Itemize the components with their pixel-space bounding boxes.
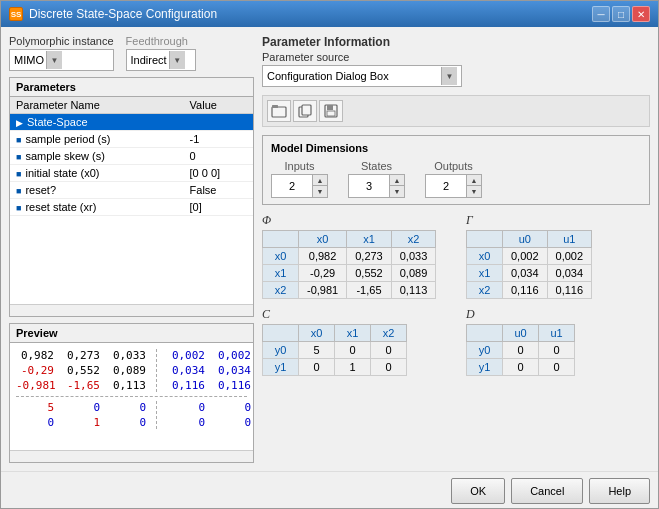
matrix-cell[interactable]: 5 bbox=[299, 342, 335, 359]
outputs-spinner[interactable]: ▲ ▼ bbox=[425, 174, 482, 198]
matrix-header-cell: x2 bbox=[391, 231, 436, 248]
toolbar-btn-1[interactable] bbox=[267, 100, 291, 122]
param-source-select[interactable]: Configuration Dialog Box ▼ bbox=[262, 65, 462, 87]
param-value bbox=[184, 114, 253, 131]
svg-rect-6 bbox=[327, 111, 335, 116]
matrix-cell[interactable]: 0,982 bbox=[299, 248, 347, 265]
matrix-cell[interactable]: x2 bbox=[263, 282, 299, 299]
minimize-button[interactable]: ─ bbox=[592, 6, 610, 22]
list-item: 50000 bbox=[16, 401, 247, 414]
matrix-cell[interactable]: 0,116 bbox=[547, 282, 592, 299]
inputs-spinner[interactable]: ▲ ▼ bbox=[271, 174, 328, 198]
param-col-name: Parameter Name bbox=[10, 97, 184, 114]
polymorphic-select[interactable]: MIMO ▼ bbox=[9, 49, 114, 71]
matrix-cell[interactable]: 0 bbox=[539, 359, 575, 376]
matrix-cell[interactable]: y0 bbox=[263, 342, 299, 359]
matrix-cell[interactable]: 0,113 bbox=[391, 282, 436, 299]
feedthrough-label: Feedthrough bbox=[126, 35, 196, 47]
matrix-cell[interactable]: 0 bbox=[539, 342, 575, 359]
matrix-header-cell bbox=[263, 325, 299, 342]
matrix-cell[interactable]: 0 bbox=[371, 342, 407, 359]
d-label: D bbox=[466, 307, 650, 322]
matrix-cell[interactable]: x2 bbox=[467, 282, 503, 299]
preview-cell: 0,552 bbox=[62, 364, 100, 377]
toolbar-btn-3[interactable] bbox=[319, 100, 343, 122]
matrix-cell[interactable]: y0 bbox=[467, 342, 503, 359]
preview-cell: 0,113 bbox=[108, 379, 146, 392]
states-up[interactable]: ▲ bbox=[390, 175, 404, 186]
preview-cell: 0,273 bbox=[62, 349, 100, 362]
matrix-cell[interactable]: 0,034 bbox=[547, 265, 592, 282]
param-source-arrow[interactable]: ▼ bbox=[441, 67, 457, 85]
c-table: x0x1x2y0500y1010 bbox=[262, 324, 407, 376]
param-info-header: Parameter Information bbox=[262, 35, 650, 49]
svg-rect-3 bbox=[302, 105, 311, 115]
matrix-header-cell: x0 bbox=[299, 231, 347, 248]
inputs-up[interactable]: ▲ bbox=[313, 175, 327, 186]
param-value: [0] bbox=[184, 199, 253, 216]
cancel-button[interactable]: Cancel bbox=[511, 478, 583, 504]
matrix-cell[interactable]: -0,29 bbox=[299, 265, 347, 282]
outputs-down[interactable]: ▼ bbox=[467, 186, 481, 197]
ok-button[interactable]: OK bbox=[451, 478, 505, 504]
matrix-cell[interactable]: x0 bbox=[467, 248, 503, 265]
matrix-cell[interactable]: 0 bbox=[335, 342, 371, 359]
table-row[interactable]: ■sample skew (s)0 bbox=[10, 148, 253, 165]
table-row: y0500 bbox=[263, 342, 407, 359]
preview-cell: 5 bbox=[16, 401, 54, 414]
states-down[interactable]: ▼ bbox=[390, 186, 404, 197]
preview-scrollbar[interactable] bbox=[10, 450, 253, 462]
feedthrough-select[interactable]: Indirect ▼ bbox=[126, 49, 196, 71]
toolbar-btn-2[interactable] bbox=[293, 100, 317, 122]
inputs-down[interactable]: ▼ bbox=[313, 186, 327, 197]
outputs-up[interactable]: ▲ bbox=[467, 175, 481, 186]
matrix-cell[interactable]: y1 bbox=[263, 359, 299, 376]
title-bar: SS Discrete State-Space Configuration ─ … bbox=[1, 1, 658, 27]
table-row[interactable]: ▶State-Space bbox=[10, 114, 253, 131]
matrix-cell[interactable]: x0 bbox=[263, 248, 299, 265]
table-row[interactable]: ■initial state (x0)[0 0 0] bbox=[10, 165, 253, 182]
matrix-cell[interactable]: x1 bbox=[467, 265, 503, 282]
matrix-cell[interactable]: x1 bbox=[263, 265, 299, 282]
bottom-buttons: OK Cancel Help bbox=[1, 471, 658, 508]
matrix-cell[interactable]: y1 bbox=[467, 359, 503, 376]
matrix-cell[interactable]: 0,116 bbox=[503, 282, 548, 299]
matrix-cell[interactable]: 0,089 bbox=[391, 265, 436, 282]
matrix-cell[interactable]: 0,033 bbox=[391, 248, 436, 265]
matrix-cell[interactable]: -1,65 bbox=[347, 282, 392, 299]
matrix-cell[interactable]: 0 bbox=[503, 342, 539, 359]
preview-cell: 0 bbox=[108, 401, 146, 414]
table-row[interactable]: ■reset state (xr)[0] bbox=[10, 199, 253, 216]
gamma-matrix-container: Γ u0u1x00,0020,002x10,0340,034x20,1160,1… bbox=[466, 213, 650, 299]
matrix-cell[interactable]: -0,981 bbox=[299, 282, 347, 299]
inputs-arrows: ▲ ▼ bbox=[312, 175, 327, 197]
preview-cell: -0,981 bbox=[16, 379, 54, 392]
help-button[interactable]: Help bbox=[589, 478, 650, 504]
param-scrollbar[interactable] bbox=[10, 304, 253, 316]
matrix-cell[interactable]: 0,002 bbox=[547, 248, 592, 265]
matrix-cell[interactable]: 0 bbox=[503, 359, 539, 376]
matrix-cell[interactable]: 0,002 bbox=[503, 248, 548, 265]
matrix-cell[interactable]: 0,273 bbox=[347, 248, 392, 265]
matrix-cell[interactable]: 0 bbox=[299, 359, 335, 376]
close-button[interactable]: ✕ bbox=[632, 6, 650, 22]
states-spinner[interactable]: ▲ ▼ bbox=[348, 174, 405, 198]
outputs-input[interactable] bbox=[426, 175, 466, 197]
matrix-cell[interactable]: 0 bbox=[371, 359, 407, 376]
polymorphic-arrow[interactable]: ▼ bbox=[46, 51, 62, 69]
table-row[interactable]: ■reset?False bbox=[10, 182, 253, 199]
feedthrough-arrow[interactable]: ▼ bbox=[169, 51, 185, 69]
folder-icon: ▶ bbox=[16, 118, 23, 128]
maximize-button[interactable]: □ bbox=[612, 6, 630, 22]
param-source-value: Configuration Dialog Box bbox=[267, 70, 439, 82]
table-row[interactable]: ■sample period (s)-1 bbox=[10, 131, 253, 148]
states-input[interactable] bbox=[349, 175, 389, 197]
inputs-input[interactable] bbox=[272, 175, 312, 197]
matrix-cell[interactable]: 1 bbox=[335, 359, 371, 376]
matrix-cell[interactable]: 0,552 bbox=[347, 265, 392, 282]
matrix-cell[interactable]: 0,034 bbox=[503, 265, 548, 282]
preview-cell: 0 bbox=[62, 401, 100, 414]
param-source-label: Parameter source bbox=[262, 51, 650, 63]
param-value: [0 0 0] bbox=[184, 165, 253, 182]
outputs-arrows: ▲ ▼ bbox=[466, 175, 481, 197]
